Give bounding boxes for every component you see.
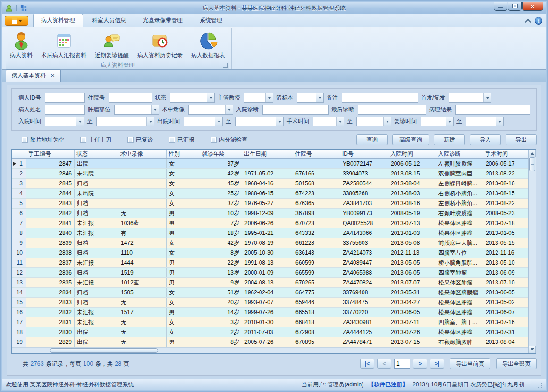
close-button[interactable]: ×	[522, 2, 543, 11]
checkbox-1[interactable]: 胶片地址为空	[22, 136, 64, 144]
filter-combobox[interactable]	[466, 117, 504, 126]
checkbox-box[interactable]	[169, 137, 175, 143]
license-registered-link[interactable]: 【软件已注册】	[368, 381, 408, 389]
combobox-dropdown-button[interactable]	[225, 105, 233, 114]
scroll-down-button[interactable]	[529, 346, 536, 353]
first-page-button[interactable]: |<	[360, 359, 374, 369]
ribbon-tab-3[interactable]: 光盘录像带管理	[135, 14, 191, 27]
combobox-dropdown-button[interactable]	[146, 117, 154, 126]
table-row[interactable]: 82840未汇报有男18岁1995-01-21643332ZA414306620…	[12, 228, 528, 238]
column-header[interactable]: 就诊年龄	[200, 150, 242, 158]
export-current-page-button[interactable]: 导出当前页	[450, 358, 490, 369]
table-row[interactable]: 122836归档1519男13岁2000-01-09665599ZA406598…	[12, 268, 528, 278]
ribbon-button-5[interactable]: 病人数据报表	[187, 28, 229, 61]
horizontal-scrollbar[interactable]	[12, 347, 528, 353]
maximize-button[interactable]	[508, 2, 522, 11]
column-header[interactable]: 状态	[75, 150, 118, 158]
combobox-field[interactable]	[357, 117, 383, 126]
last-page-button[interactable]: >|	[430, 359, 444, 369]
checkbox-4[interactable]: 已汇报	[169, 136, 194, 144]
table-row[interactable]: 152833归档无女20岁1993-07-0765944633748475201…	[12, 298, 528, 308]
checkbox-2[interactable]: 主任主刀	[80, 136, 111, 144]
combobox-dropdown-button[interactable]	[207, 93, 214, 102]
combobox-dropdown-button[interactable]	[276, 117, 283, 126]
filter-combobox[interactable]	[244, 93, 273, 103]
column-header[interactable]: 术中录像	[118, 150, 167, 158]
table-row[interactable]: 22846未出院女42岁1971-05-02676166339040732013…	[12, 169, 528, 179]
column-header[interactable]: 出生日期	[242, 150, 293, 158]
ribbon-button-2[interactable]: 术后病人汇报资料	[37, 28, 91, 61]
table-row[interactable]: 92839归档1472女42岁1970-08-19661228337556032…	[12, 238, 528, 248]
column-header[interactable]: 性别	[167, 150, 200, 158]
filter-combobox[interactable]	[170, 93, 215, 103]
filter-combobox[interactable]	[184, 117, 223, 126]
table-row[interactable]: 172831未汇报无女3岁2010-01-30668418ZA343098120…	[12, 317, 528, 327]
table-row[interactable]: 112837未汇报1444男22岁1991-08-13660599ZA40894…	[12, 258, 528, 268]
next-page-button[interactable]: >	[413, 359, 427, 369]
table-row[interactable]: 142834归档1505女51岁1962-02-0466477533769408…	[12, 288, 528, 298]
prev-page-button[interactable]: <	[377, 359, 391, 369]
column-header[interactable]: 手工编号	[26, 150, 75, 158]
column-header[interactable]: ID号	[340, 150, 388, 158]
app-menu-button[interactable]	[5, 16, 28, 26]
advanced-query-button[interactable]: 高级查询	[392, 134, 429, 145]
combobox-field[interactable]	[45, 117, 76, 126]
combobox-dropdown-button[interactable]	[265, 93, 273, 102]
filter-combobox[interactable]	[235, 117, 284, 126]
combobox-dropdown-button[interactable]	[151, 105, 159, 114]
table-row[interactable]: 62842归档无男10岁1998-12-09367893YB0099173200…	[12, 209, 528, 218]
filter-combobox[interactable]	[188, 105, 233, 115]
combobox-dropdown-button[interactable]	[336, 117, 344, 126]
combobox-field[interactable]	[449, 93, 483, 102]
import-button[interactable]: 导入	[470, 134, 501, 145]
collapse-ribbon-icon[interactable]	[525, 19, 531, 25]
scroll-up-button[interactable]	[529, 150, 536, 157]
page-number-input[interactable]	[394, 359, 410, 369]
combobox-dropdown-button[interactable]	[215, 117, 222, 126]
column-header[interactable]: 手术时间	[483, 150, 528, 158]
table-row[interactable]: 192829出院无男8岁2005-07-26670895ZA4478471201…	[12, 337, 528, 347]
filter-combobox[interactable]	[356, 117, 391, 126]
combobox-field[interactable]	[97, 117, 146, 126]
checkbox-box[interactable]	[22, 137, 28, 143]
vertical-scrollbar-thumb[interactable]	[529, 157, 535, 171]
ribbon-button-1[interactable]: 病人资料	[6, 28, 37, 61]
close-tab-icon[interactable]: ✕	[51, 73, 55, 79]
combobox-field[interactable]	[421, 117, 446, 126]
table-row[interactable]: 72841未汇报1036蓝男7岁2006-06-26670723QA002552…	[12, 218, 528, 228]
combobox-field[interactable]	[244, 93, 265, 102]
combobox-dropdown-button[interactable]	[446, 117, 453, 126]
table-row[interactable]: 182830出院无女2岁2011-07-03672903ZA4444125201…	[12, 327, 528, 337]
table-row[interactable]: 132835未汇报1012蓝男9岁2004-08-13670265ZA44708…	[12, 278, 528, 288]
ribbon-tab-2[interactable]: 科室人员信息	[84, 14, 134, 27]
ribbon-tab-4[interactable]: 系统管理	[192, 14, 230, 27]
filter-combobox[interactable]	[96, 117, 154, 126]
table-row[interactable]: 52843归档女37岁1976-05-27676365ZA38417032013…	[12, 199, 528, 209]
ribbon-tab-1[interactable]: 病人资料管理	[33, 14, 83, 27]
column-header[interactable]: 住院号	[293, 150, 340, 158]
combobox-field[interactable]	[170, 93, 207, 102]
filter-combobox[interactable]	[114, 105, 159, 115]
export-button[interactable]: 导出	[506, 134, 537, 145]
table-row[interactable]: 12847出院女37岁YB00721472006-05-12左额叶胶质瘤2006…	[12, 159, 528, 169]
filter-input[interactable]	[109, 93, 152, 103]
filter-combobox[interactable]	[449, 93, 491, 103]
combobox-field[interactable]	[115, 105, 151, 114]
query-button[interactable]: 查询	[356, 134, 388, 145]
combobox-field[interactable]	[466, 117, 496, 126]
layout-grid-icon[interactable]	[19, 4, 28, 12]
column-header[interactable]: 入院时间	[388, 150, 436, 158]
column-header[interactable]: 入院诊断	[436, 150, 483, 158]
combobox-dropdown-button[interactable]	[76, 117, 84, 126]
vertical-scrollbar-track[interactable]	[529, 157, 536, 346]
combobox-dropdown-button[interactable]	[383, 117, 391, 126]
combobox-dropdown-button[interactable]	[316, 93, 323, 102]
vertical-scrollbar[interactable]	[528, 150, 536, 353]
filter-input[interactable]	[358, 105, 426, 115]
table-row[interactable]: 102838归档1110女8岁2005-10-30636143ZA4214073…	[12, 248, 528, 258]
table-row[interactable]: 162832未汇报1517男14岁1999-07-266655183377022…	[12, 308, 528, 317]
table-row[interactable]: 42844未出院女25岁1988-06-15674223338052682013…	[12, 189, 528, 199]
checkbox-5[interactable]: 内分泌检查	[211, 136, 247, 144]
checkbox-box[interactable]	[211, 137, 217, 143]
ribbon-button-4[interactable]: 病人资料历史记录	[133, 28, 187, 61]
